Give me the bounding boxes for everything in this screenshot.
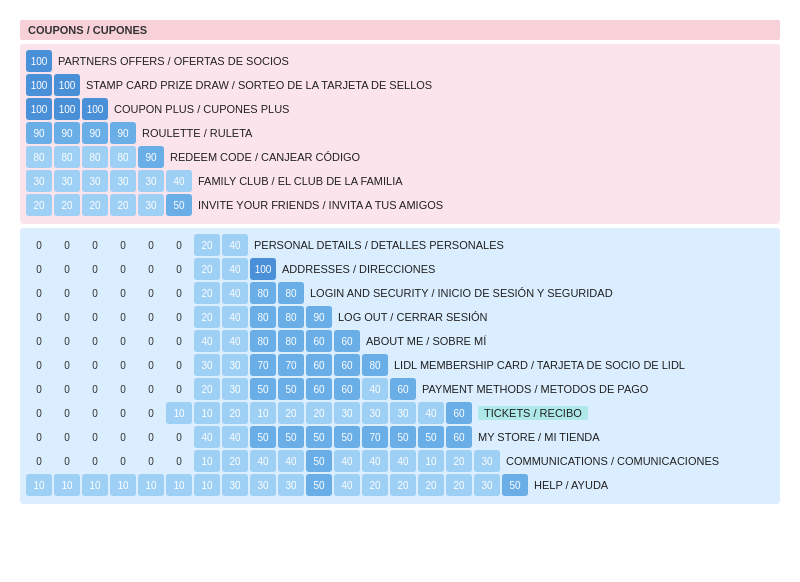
cell-value: 40: [166, 170, 192, 192]
row-label: PARTNERS OFFERS / OFERTAS DE SOCIOS: [58, 55, 289, 67]
cell-zero: 0: [26, 330, 52, 352]
cell-value: 90: [110, 122, 136, 144]
cell-value: 30: [138, 194, 164, 216]
table-row: 000001010201020203030304060TICKETS / REC…: [26, 402, 774, 424]
cell-zero: 0: [166, 354, 192, 376]
cell-zero: 0: [166, 306, 192, 328]
cell-value: 50: [306, 426, 332, 448]
row-label: COUPON PLUS / CUPONES PLUS: [114, 103, 289, 115]
cell-value: 40: [222, 426, 248, 448]
table-row: 100100100COUPON PLUS / CUPONES PLUS: [26, 98, 774, 120]
table-row: 100100STAMP CARD PRIZE DRAW / SORTEO DE …: [26, 74, 774, 96]
cell-zero: 0: [110, 330, 136, 352]
cell-zero: 0: [166, 450, 192, 472]
cell-zero: 0: [26, 354, 52, 376]
row-label: HELP / AYUDA: [534, 479, 608, 491]
cell-value: 80: [362, 354, 388, 376]
cell-value: 30: [54, 170, 80, 192]
table-row: 0000002040808090LOG OUT / CERRAR SESIÓN: [26, 306, 774, 328]
cell-value: 40: [362, 450, 388, 472]
cell-zero: 0: [82, 450, 108, 472]
cell-value: 40: [250, 450, 276, 472]
cell-value: 30: [82, 170, 108, 192]
blue-section: 0000002040PERSONAL DETAILS / DETALLES PE…: [20, 228, 780, 504]
cell-zero: 0: [138, 234, 164, 256]
cell-zero: 0: [54, 450, 80, 472]
cell-value: 80: [278, 306, 304, 328]
cell-zero: 0: [26, 282, 52, 304]
cell-zero: 0: [82, 354, 108, 376]
row-label: ADDRESSES / DIRECCIONES: [282, 263, 435, 275]
cell-zero: 0: [82, 426, 108, 448]
cell-value: 10: [418, 450, 444, 472]
cell-zero: 0: [26, 402, 52, 424]
cell-value: 20: [194, 258, 220, 280]
cell-value: 30: [222, 474, 248, 496]
cell-value: 100: [54, 98, 80, 120]
cell-zero: 0: [110, 282, 136, 304]
cell-value: 100: [26, 50, 52, 72]
cell-value: 90: [54, 122, 80, 144]
table-row: 0000002040PERSONAL DETAILS / DETALLES PE…: [26, 234, 774, 256]
cell-zero: 0: [110, 378, 136, 400]
cell-value: 10: [166, 402, 192, 424]
cell-value: 10: [194, 450, 220, 472]
table-row: 90909090ROULETTE / RULETA: [26, 122, 774, 144]
table-row: 101010101010103030305040202020203050HELP…: [26, 474, 774, 496]
row-label: PERSONAL DETAILS / DETALLES PERSONALES: [254, 239, 504, 251]
cell-value: 40: [222, 234, 248, 256]
cell-value: 50: [334, 426, 360, 448]
cell-value: 100: [54, 74, 80, 96]
cell-value: 20: [362, 474, 388, 496]
cell-value: 40: [278, 450, 304, 472]
table-row: 0000002040100ADDRESSES / DIRECCIONES: [26, 258, 774, 280]
cell-zero: 0: [166, 426, 192, 448]
cell-zero: 0: [26, 258, 52, 280]
cell-zero: 0: [138, 306, 164, 328]
cell-value: 80: [250, 330, 276, 352]
cell-value: 10: [194, 402, 220, 424]
cell-value: 30: [222, 354, 248, 376]
row-label: LOGIN AND SECURITY / INICIO DE SESIÓN Y …: [310, 287, 613, 299]
cell-value: 60: [334, 354, 360, 376]
cell-value: 90: [138, 146, 164, 168]
cell-value: 20: [110, 194, 136, 216]
cell-zero: 0: [54, 354, 80, 376]
cell-value: 80: [26, 146, 52, 168]
table-row: 00000040405050505070505060MY STORE / MI …: [26, 426, 774, 448]
row-label: ABOUT ME / SOBRE MÍ: [366, 335, 486, 347]
cell-zero: 0: [82, 306, 108, 328]
cell-value: 50: [306, 474, 332, 496]
cell-value: 40: [418, 402, 444, 424]
cell-zero: 0: [166, 378, 192, 400]
cell-zero: 0: [82, 378, 108, 400]
cell-value: 20: [446, 474, 472, 496]
cell-zero: 0: [138, 282, 164, 304]
cell-value: 30: [138, 170, 164, 192]
table-row: 00000020408080LOGIN AND SECURITY / INICI…: [26, 282, 774, 304]
main-container: COUPONS / CUPONES100PARTNERS OFFERS / OF…: [20, 20, 780, 504]
cell-zero: 0: [110, 354, 136, 376]
cell-zero: 0: [54, 330, 80, 352]
cell-value: 90: [306, 306, 332, 328]
cell-zero: 0: [110, 258, 136, 280]
row-label: COMMUNICATIONS / COMUNICACIONES: [506, 455, 719, 467]
cell-value: 10: [26, 474, 52, 496]
cell-value: 30: [474, 474, 500, 496]
cell-value: 80: [278, 282, 304, 304]
cell-value: 40: [194, 330, 220, 352]
cell-value: 40: [222, 330, 248, 352]
cell-value: 10: [138, 474, 164, 496]
cell-value: 40: [222, 282, 248, 304]
row-label: MY STORE / MI TIENDA: [478, 431, 600, 443]
cell-zero: 0: [26, 426, 52, 448]
cell-zero: 0: [110, 306, 136, 328]
cell-value: 20: [222, 402, 248, 424]
cell-value: 90: [26, 122, 52, 144]
cell-value: 40: [390, 450, 416, 472]
cell-zero: 0: [54, 258, 80, 280]
row-label: STAMP CARD PRIZE DRAW / SORTEO DE LA TAR…: [86, 79, 432, 91]
cell-zero: 0: [82, 234, 108, 256]
cell-zero: 0: [110, 450, 136, 472]
cell-zero: 0: [26, 234, 52, 256]
